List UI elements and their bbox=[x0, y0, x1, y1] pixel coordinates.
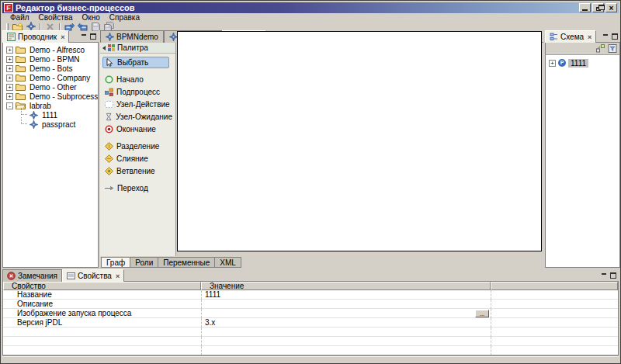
new-diagram-button[interactable] bbox=[24, 23, 37, 30]
tab-problems[interactable]: Замечания bbox=[2, 269, 62, 282]
tab-explorer[interactable]: Проводник × bbox=[2, 30, 69, 43]
palette-item-transition[interactable]: Переход bbox=[100, 182, 175, 194]
diagram-canvas[interactable] bbox=[177, 31, 542, 251]
palette-item-action-node[interactable]: Узел-Действие bbox=[100, 98, 175, 110]
table-row[interactable] bbox=[3, 346, 618, 355]
tab-graph[interactable]: Граф bbox=[101, 257, 130, 268]
minimize-view-button[interactable] bbox=[81, 33, 87, 40]
value-cell[interactable] bbox=[201, 300, 491, 309]
palette-item-label: Переход bbox=[117, 183, 151, 193]
fork-icon bbox=[105, 142, 113, 151]
palette-item-join[interactable]: Слияние bbox=[100, 152, 175, 165]
minimize-view-button[interactable] bbox=[601, 272, 607, 279]
maximize-view-button[interactable] bbox=[610, 272, 616, 279]
tree-item-demo-bpmn[interactable]: + Demo - BPMN bbox=[3, 54, 98, 64]
tab-roles[interactable]: Роли bbox=[130, 257, 158, 268]
palette-item-wait-node[interactable]: Узел-Ожидание bbox=[100, 110, 175, 123]
table-row-description[interactable]: Описание bbox=[3, 300, 618, 309]
palette: Палитра Выбрать Начало Подпроцесс bbox=[100, 43, 176, 256]
close-icon[interactable]: × bbox=[61, 33, 64, 41]
cursor-icon bbox=[106, 58, 114, 67]
browse-button[interactable]: ... bbox=[475, 310, 489, 317]
collapse-palette-icon[interactable] bbox=[102, 46, 106, 50]
new-process-button[interactable] bbox=[11, 23, 24, 30]
table-row-jpdl-version[interactable]: Версия jPDL 3.x bbox=[3, 318, 618, 328]
palette-icon bbox=[108, 44, 115, 51]
menu-properties[interactable]: Свойства bbox=[34, 13, 78, 23]
table-row[interactable] bbox=[3, 328, 618, 337]
tree-item-labrab[interactable]: - labrab bbox=[3, 101, 98, 110]
tree-item-1111[interactable]: 1111 bbox=[3, 110, 98, 120]
property-cell: Описание bbox=[3, 300, 201, 309]
tab-xml[interactable]: XML bbox=[214, 257, 241, 268]
tree-item-demo-alfresco[interactable]: + Demo - Alfresco bbox=[3, 45, 98, 54]
palette-header[interactable]: Палитра bbox=[100, 43, 175, 54]
maximize-view-button[interactable] bbox=[90, 33, 96, 40]
tree-connector bbox=[21, 108, 27, 115]
close-window-button[interactable]: × bbox=[605, 3, 617, 12]
save-button[interactable] bbox=[89, 23, 102, 30]
tab-properties[interactable]: Свойства × bbox=[62, 269, 124, 282]
palette-item-label: Узел-Ожидание bbox=[116, 112, 175, 122]
expander-icon[interactable]: + bbox=[6, 47, 13, 54]
tab-outline[interactable]: Схема × bbox=[545, 30, 596, 43]
tree-item-demo-subprocess[interactable]: + Demo - Subprocess bbox=[3, 92, 98, 101]
delete-button[interactable] bbox=[43, 23, 57, 30]
filler-cell bbox=[491, 337, 618, 346]
link-with-editor-icon[interactable] bbox=[596, 44, 605, 53]
expander-icon[interactable]: + bbox=[6, 56, 13, 63]
palette-item-end[interactable]: Окончание bbox=[100, 123, 175, 135]
palette-item-fork[interactable]: Разделение bbox=[100, 140, 175, 152]
tree-item-label: Demo - Alfresco bbox=[28, 46, 86, 54]
menu-window[interactable]: Окно bbox=[78, 13, 105, 23]
tab-variables[interactable]: Переменные bbox=[158, 257, 215, 268]
value-cell bbox=[201, 337, 491, 346]
tree-item-demo-company[interactable]: + Demo - Company bbox=[3, 73, 98, 82]
tree-item-label: 1111 bbox=[40, 111, 59, 120]
import-button[interactable] bbox=[63, 23, 76, 30]
expander-icon[interactable]: + bbox=[6, 65, 13, 72]
minimize-window-button[interactable] bbox=[579, 3, 591, 12]
table-row-name[interactable]: Название 1111 bbox=[3, 290, 618, 300]
expander-icon[interactable]: - bbox=[6, 102, 13, 109]
save-all-button[interactable] bbox=[102, 23, 116, 30]
import-icon bbox=[64, 23, 75, 31]
palette-item-select[interactable]: Выбрать bbox=[102, 57, 169, 68]
minimize-view-button[interactable] bbox=[602, 33, 609, 40]
palette-item-subprocess[interactable]: Подпроцесс bbox=[100, 85, 175, 98]
explorer-tree: + Demo - Alfresco + Demo - BPMN + Demo -… bbox=[2, 43, 99, 268]
expander-icon[interactable]: + bbox=[6, 84, 13, 91]
tree-item-demo-other[interactable]: + Demo - Other bbox=[3, 82, 98, 92]
value-cell[interactable]: 3.x bbox=[201, 318, 491, 328]
value-cell[interactable]: 1111 bbox=[201, 290, 491, 300]
expander-icon[interactable]: + bbox=[6, 93, 13, 100]
export-button[interactable] bbox=[76, 23, 89, 30]
maximize-view-button[interactable] bbox=[612, 33, 618, 40]
process-diagram-icon bbox=[106, 33, 114, 41]
palette-item-label: Узел-Действие bbox=[116, 99, 173, 109]
filter-icon[interactable] bbox=[608, 44, 617, 53]
property-cell: Версия jPDL bbox=[3, 318, 201, 328]
column-header-value[interactable]: Значение bbox=[201, 282, 491, 290]
table-row[interactable] bbox=[3, 337, 618, 346]
close-icon[interactable]: × bbox=[588, 33, 592, 41]
editor-tab-label: BPMNdemo bbox=[116, 33, 158, 41]
tree-item-passpract[interactable]: passpract bbox=[3, 120, 98, 129]
tree-item-demo-bots[interactable]: + Demo - Bots bbox=[3, 64, 98, 73]
minimize-icon bbox=[582, 5, 588, 11]
property-cell: Изображение запуска процесса bbox=[3, 309, 201, 318]
expander-icon[interactable]: + bbox=[6, 75, 13, 81]
folder-icon bbox=[16, 55, 26, 63]
filler-cell bbox=[491, 328, 618, 337]
palette-item-decision[interactable]: Ветвление bbox=[100, 165, 175, 177]
palette-item-start[interactable]: Начало bbox=[100, 73, 175, 85]
table-row-start-image[interactable]: Изображение запуска процесса ... bbox=[3, 309, 618, 318]
value-cell[interactable] bbox=[201, 309, 491, 318]
restore-window-button[interactable] bbox=[592, 3, 604, 12]
column-header-property[interactable]: Свойство bbox=[3, 282, 201, 290]
expander-icon[interactable]: + bbox=[549, 60, 556, 67]
tree-item-label: Demo - Other bbox=[28, 83, 78, 92]
editor-tab-bpmndemo[interactable]: BPMNdemo bbox=[100, 30, 164, 43]
close-icon[interactable]: × bbox=[116, 272, 120, 280]
outline-item-1111[interactable]: + P 1111 bbox=[546, 58, 619, 68]
